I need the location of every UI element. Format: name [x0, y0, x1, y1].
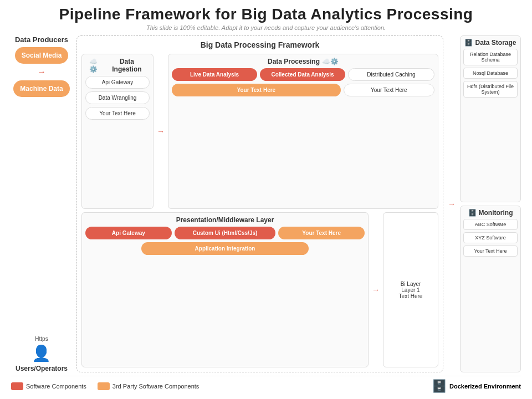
ingestion-your-text: Your Text Here	[85, 107, 150, 120]
right-sections: 🗄️ Data Storage Relation Database Schema…	[460, 35, 521, 372]
bi-layer-box: Bi Layer Layer 1 Text Here	[383, 212, 438, 367]
monitor-icon: 🗄️	[468, 209, 477, 217]
storage-section: 🗄️ Data Storage Relation Database Schema…	[460, 35, 521, 202]
monitoring-title: 🗄️ Monitoring	[463, 209, 518, 217]
legend: Software Components 3rd Party Software C…	[11, 376, 521, 393]
user-icon: 👤	[32, 344, 51, 362]
framework-rows: ☁️⚙️ Data Ingestion Api Gateway Data Wra…	[81, 54, 438, 367]
docker-item: 🗄️ Dockerized Environment	[432, 379, 521, 393]
data-wrangling-box: Data Wrangling	[85, 91, 150, 104]
framework-box: Big Data Processing Framework ☁️⚙️ Data …	[76, 35, 443, 372]
presentation-items: Api Gateway Custom Ui (Html/Css/Js) Your…	[85, 227, 365, 255]
storage-title: 🗄️ Data Storage	[463, 39, 518, 47]
ingestion-boxes: Api Gateway Data Wrangling Your Text Her…	[85, 76, 150, 120]
machine-data-box: Machine Data	[13, 80, 69, 97]
producers-section: Data Producers Social Media → Machine Da…	[13, 35, 69, 97]
distributed-caching-box: Distributed Caching	[348, 68, 434, 81]
arrow-to-storage: →	[448, 35, 456, 372]
cloud-icon-processing: ☁️⚙️	[322, 58, 339, 65]
framework-title: Big Data Processing Framework	[81, 40, 438, 49]
relation-db-item: Relation Database Schema	[463, 49, 518, 65]
ingestion-title: ☁️⚙️ Data Ingestion	[85, 58, 150, 73]
legend-software-label: Software Components	[26, 383, 86, 390]
live-data-box: Live Data Analysis	[172, 68, 257, 81]
pres-your-text: Your Text Here	[278, 227, 365, 239]
legend-software: Software Components	[11, 382, 86, 390]
api-gateway-box: Api Gateway	[85, 76, 150, 89]
processing-title: Data Processing ☁️⚙️	[172, 58, 434, 65]
monitoring-section: 🗄️ Monitoring ABC Software XYZ Software …	[460, 206, 521, 372]
social-media-box: Social Media	[15, 47, 69, 64]
content-area: Data Producers Social Media → Machine Da…	[11, 35, 521, 372]
legend-orange-box	[98, 382, 110, 390]
pres-app-integration: Application Integration	[85, 242, 365, 255]
https-label: Https	[35, 336, 48, 342]
left-column: Data Producers Social Media → Machine Da…	[11, 35, 72, 372]
your-text-here-box: Your Text Here	[172, 84, 341, 96]
db-icon: 🗄️	[464, 39, 473, 47]
legend-red-box	[11, 382, 23, 390]
your-text-box: Your Text Here	[344, 84, 434, 96]
legend-third-party: 3rd Party Software Components	[98, 382, 200, 390]
cloud-icon-ingestion: ☁️⚙️	[85, 58, 102, 73]
processing-top-row: Live Data Analysis Collected Data Analys…	[172, 68, 434, 81]
hdfs-item: Hdfs (Distributed File System)	[463, 81, 518, 98]
bi-layer-section: Bi Layer Layer 1 Text Here	[383, 212, 438, 367]
page: Pipeline Framework for Big Data Analytic…	[0, 0, 532, 399]
arrow-pres-bi: →	[372, 212, 380, 367]
bi-layer-line3: Text Here	[399, 293, 423, 299]
arrow-right-1: →	[37, 67, 46, 77]
bi-layer-line2: Layer 1	[401, 287, 420, 293]
collected-data-box: Collected Data Analysis	[260, 68, 345, 81]
pres-api-gateway: Api Gateway	[85, 227, 172, 239]
pres-custom-ui: Custom Ui (Html/Css/Js)	[175, 227, 276, 239]
main-title: Pipeline Framework for Big Data Analytic…	[11, 6, 521, 23]
ingestion-section: ☁️⚙️ Data Ingestion Api Gateway Data Wra…	[81, 54, 154, 209]
xyz-software-item: XYZ Software	[463, 232, 518, 243]
bottom-row: Presentation/Middleware Layer Api Gatewa…	[81, 212, 438, 367]
top-row: ☁️⚙️ Data Ingestion Api Gateway Data Wra…	[81, 54, 438, 209]
abc-software-item: ABC Software	[463, 219, 518, 230]
users-section: Https 👤 Users/Operators	[16, 336, 68, 372]
producers-label: Data Producers	[15, 35, 68, 44]
docker-icon: 🗄️	[432, 379, 447, 393]
bi-layer-line1: Bi Layer	[401, 281, 421, 287]
users-label: Users/Operators	[16, 365, 68, 372]
presentation-section: Presentation/Middleware Layer Api Gatewa…	[81, 212, 369, 367]
subtitle: This slide is 100% editable. Adapt it to…	[11, 24, 521, 31]
nosql-item: Nosql Database	[463, 68, 518, 79]
arrow-ingestion-processing: →	[157, 54, 165, 209]
presentation-title: Presentation/Middleware Layer	[85, 216, 365, 224]
processing-bottom-row: Your Text Here Your Text Here	[172, 84, 434, 96]
docker-label: Dockerized Environment	[449, 383, 521, 390]
processing-section: Data Processing ☁️⚙️ Live Data Analysis …	[168, 54, 438, 209]
presentation-top-row: Api Gateway Custom Ui (Html/Css/Js) Your…	[85, 227, 365, 239]
monitoring-your-text: Your Text Here	[463, 245, 518, 257]
app-integration-box: Application Integration	[141, 242, 309, 255]
legend-third-party-label: 3rd Party Software Components	[112, 383, 200, 390]
